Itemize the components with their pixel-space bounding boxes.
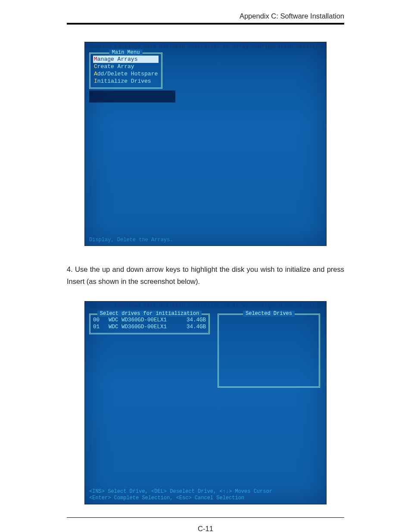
menu-label: dd/Delete Hotspare [97, 71, 158, 77]
running-header: Appendix C: Software Installation [67, 12, 344, 20]
selected-drives-title: Selected Drives [243, 311, 295, 317]
hint-line-1: <INS> Select Drive, <DEL> Deselect Drive… [89, 488, 322, 495]
page-number: C-11 [67, 525, 344, 532]
key-hints: <INS> Select Drive, <DEL> Deselect Drive… [85, 488, 326, 504]
selected-drives-box: Selected Drives [218, 314, 320, 388]
drive-id: 00 [93, 317, 103, 323]
menu-item-add-delete-hotspare[interactable]: Add/Delete Hotspare [93, 70, 159, 78]
hotkey: C [94, 63, 97, 70]
bios-status-line: Display, Delete the Arrays. [85, 236, 326, 246]
menu-item-manage-arrays[interactable]: Manage Arrays [93, 56, 159, 63]
menu-label: nitialize Drives [97, 78, 151, 84]
screenshot-main-menu: Adaptec Embedded SATA HostRAID Controlle… [84, 42, 327, 246]
menu-item-create-array[interactable]: Create Array [93, 63, 159, 70]
drive-id: 01 [93, 324, 103, 330]
drive-model: WDC WD360GD-00ELX1 [109, 324, 176, 330]
drive-size: 34.4GB [182, 324, 206, 330]
drive-row[interactable]: 00 WDC WD360GD-00ELX1 34.4GB [93, 317, 206, 324]
menu-label: anage Arrays [97, 56, 138, 62]
drive-size: 34.4GB [182, 317, 206, 323]
header-rule [67, 23, 344, 25]
drive-row[interactable]: 01 WDC WD360GD-00ELX1 34.4GB [93, 324, 206, 330]
hint-line-2: <Enter> Complete Selection, <Esc> Cancel… [89, 495, 322, 501]
drive-model: WDC WD360GD-00ELX1 [109, 317, 176, 323]
hotkey: I [94, 78, 97, 84]
main-menu-title: Main Menu [109, 50, 143, 56]
bios-title-bar: Adaptec Embedded SATA HostRAID Controlle… [85, 302, 326, 310]
hotkey: A [94, 71, 97, 77]
select-drives-title: Select drives for initialization [97, 311, 202, 317]
hotkey: M [94, 56, 97, 62]
footer-rule [67, 517, 344, 518]
menu-item-initialize-drives[interactable]: Initialize Drives [93, 78, 159, 85]
menu-shadow [89, 90, 175, 103]
screenshot-select-drives: Adaptec Embedded SATA HostRAID Controlle… [84, 301, 327, 504]
instruction-paragraph: 4. Use the up and down arrow keys to hig… [67, 263, 344, 287]
main-menu-box: Main Menu Manage Arrays Create Array Add… [89, 53, 162, 89]
menu-label: reate Array [97, 63, 134, 70]
select-drives-box: Select drives for initialization 00 WDC … [89, 314, 210, 334]
